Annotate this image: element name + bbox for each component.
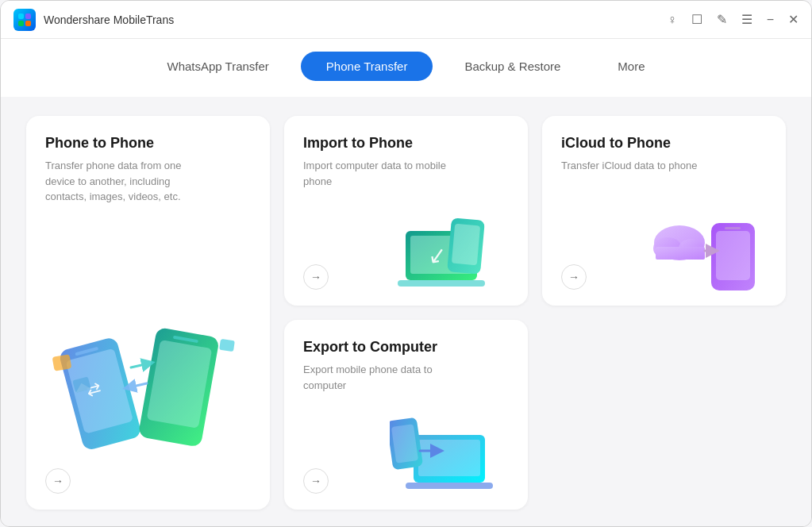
card-import-arrow[interactable]: →: [303, 264, 329, 290]
import-illustration: ↙: [303, 189, 509, 287]
window-icon[interactable]: ☐: [691, 12, 702, 27]
svg-rect-13: [52, 354, 71, 371]
svg-rect-30: [406, 483, 493, 489]
title-bar-controls: ♀ ☐ ✎ ☰ − ✕: [668, 12, 799, 27]
card-import-title: Import to Phone: [303, 135, 509, 152]
card-icloud-to-phone[interactable]: iCloud to Phone Transfer iCloud data to …: [542, 116, 786, 306]
icloud-illustration: [561, 174, 767, 287]
tab-whatsapp-transfer[interactable]: WhatsApp Transfer: [141, 52, 294, 81]
main-content: Phone to Phone Transfer phone data from …: [1, 97, 811, 527]
profile-icon[interactable]: ♀: [668, 13, 677, 27]
export-illustration: [303, 393, 509, 490]
edit-icon[interactable]: ✎: [717, 12, 727, 27]
svg-rect-0: [18, 13, 24, 19]
svg-rect-14: [219, 339, 235, 352]
card-phone-to-phone-arrow[interactable]: →: [45, 468, 71, 494]
nav-bar: WhatsApp Transfer Phone Transfer Backup …: [1, 39, 811, 97]
close-icon[interactable]: ✕: [788, 12, 799, 27]
card-import-to-phone[interactable]: Import to Phone Import computer data to …: [284, 116, 528, 306]
svg-rect-22: [716, 231, 750, 280]
card-phone-to-phone[interactable]: Phone to Phone Transfer phone data from …: [26, 116, 270, 510]
card-export-to-computer[interactable]: Export to Computer Export mobile phone d…: [284, 320, 528, 510]
svg-rect-19: [452, 224, 480, 266]
card-import-desc: Import computer data to mobile phone: [303, 158, 446, 189]
card-icloud-desc: Transfer iCloud data to phone: [561, 158, 704, 174]
card-phone-to-phone-title: Phone to Phone: [45, 135, 251, 152]
svg-rect-27: [656, 247, 705, 260]
card-export-title: Export to Computer: [303, 339, 509, 356]
minimize-icon[interactable]: −: [767, 13, 774, 27]
title-bar: Wondershare MobileTrans ♀ ☐ ✎ ☰ − ✕: [1, 1, 811, 39]
card-icloud-title: iCloud to Phone: [561, 135, 767, 152]
svg-rect-3: [25, 21, 31, 26]
svg-rect-1: [25, 13, 31, 19]
menu-icon[interactable]: ☰: [741, 12, 752, 27]
card-export-arrow[interactable]: →: [303, 468, 329, 494]
svg-rect-17: [398, 280, 485, 287]
phone-to-phone-illustration: ⇄: [45, 213, 251, 491]
tab-backup-restore[interactable]: Backup & Restore: [439, 52, 586, 81]
svg-rect-2: [18, 21, 24, 26]
svg-rect-29: [418, 440, 480, 476]
tab-phone-transfer[interactable]: Phone Transfer: [301, 52, 433, 81]
card-icloud-arrow[interactable]: →: [561, 264, 587, 290]
tab-more[interactable]: More: [592, 52, 670, 81]
svg-rect-23: [725, 227, 741, 229]
card-export-desc: Export mobile phone data to computer: [303, 362, 446, 393]
app-name: Wondershare MobileTrans: [44, 13, 174, 26]
app-icon: [13, 9, 36, 31]
title-bar-left: Wondershare MobileTrans: [13, 9, 174, 31]
card-phone-to-phone-desc: Transfer phone data from one device to a…: [45, 158, 188, 205]
